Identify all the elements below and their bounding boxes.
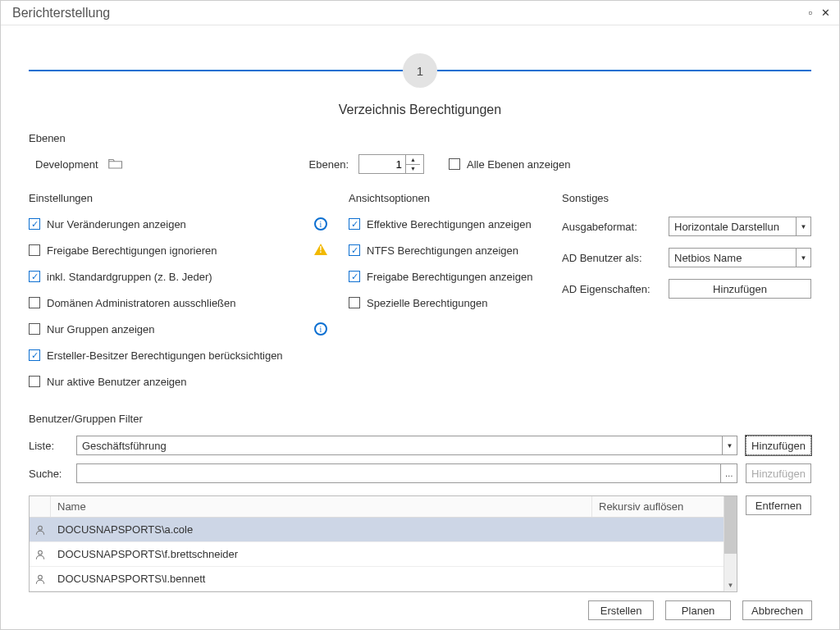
checkbox-box[interactable] (29, 271, 40, 282)
setting-checkbox[interactable]: Nur Gruppen anzeigeni (29, 316, 349, 342)
checkbox-box[interactable] (349, 297, 360, 308)
checkbox-box[interactable] (29, 376, 40, 387)
person-icon (30, 573, 51, 585)
ad-user-dropdown[interactable]: Netbios Name ▼ (669, 248, 811, 267)
titlebar: Berichterstellung ▫ ✕ (1, 1, 839, 25)
ad-props-label: AD Eigenschaften: (562, 283, 669, 295)
setting-checkbox[interactable]: Domänen Administratoren ausschließen (29, 290, 349, 316)
filter-list-dropdown[interactable]: Geschäftsführung ▼ (76, 436, 737, 455)
step-title: Verzeichnis Berechtigungen (29, 103, 811, 117)
filter-table: Name Rekursiv auflösen DOCUSNAPSPORTS\a.… (29, 495, 737, 592)
checkbox-box[interactable] (29, 349, 40, 361)
filter-search-add-button: Hinzufügen (746, 463, 811, 483)
output-format-label: Ausgabeformat: (562, 221, 669, 233)
setting-label: Nur Gruppen anzeigen (47, 323, 155, 336)
setting-label: Nur aktive Benutzer anzeigen (47, 376, 187, 388)
path-display: Development (29, 158, 291, 171)
svg-point-1 (39, 550, 43, 555)
ad-props-add-button[interactable]: Hinzufügen (669, 279, 811, 299)
filter-remove-button[interactable]: Entfernen (746, 495, 811, 515)
section-filter-label: Benutzer/Gruppen Filter (29, 413, 811, 425)
section-sonstiges-label: Sonstiges (562, 192, 811, 204)
folder-icon[interactable] (108, 158, 123, 171)
svg-point-0 (39, 526, 43, 530)
footer-buttons: Erstellen Planen Abbrechen (588, 600, 812, 620)
filter-list-add-button[interactable]: Hinzufügen (746, 436, 811, 455)
setting-checkbox[interactable]: inkl. Standardgruppen (z. B. Jeder) (29, 263, 349, 290)
person-icon (30, 549, 51, 560)
window-title: Berichterstellung (12, 6, 803, 21)
col-name-header[interactable]: Name (51, 496, 592, 517)
spinner-up-icon[interactable]: ▲ (406, 155, 420, 165)
show-all-levels-checkbox[interactable]: Alle Ebenen anzeigen (449, 151, 571, 177)
svg-point-2 (39, 575, 43, 579)
viewopt-label: Effektive Berechtigungen anzeigen (367, 218, 532, 231)
create-button[interactable]: Erstellen (588, 600, 654, 620)
person-icon (30, 524, 51, 536)
checkbox-box[interactable] (29, 244, 40, 256)
info-icon[interactable]: i (314, 217, 327, 231)
chevron-down-icon[interactable]: ▼ (796, 249, 810, 267)
section-ebenen-label: Ebenen (29, 132, 811, 144)
filter-list-label: Liste: (29, 440, 68, 452)
levels-label: Ebenen: (291, 158, 349, 171)
scrollbar[interactable]: ▼ (724, 496, 737, 591)
chevron-down-icon[interactable]: ▼ (722, 436, 737, 454)
table-row[interactable]: DOCUSNAPSPORTS\l.bennett (30, 567, 724, 591)
chevron-down-icon[interactable]: ▼ (796, 217, 810, 235)
cancel-button[interactable]: Abbrechen (742, 600, 812, 620)
table-row[interactable]: DOCUSNAPSPORTS\f.brettschneider (30, 542, 724, 567)
maximize-icon[interactable]: ▫ (803, 7, 818, 19)
filter-search-label: Suche: (29, 468, 68, 480)
viewopt-checkbox[interactable]: NTFS Berechtigungen anzeigen (349, 237, 562, 263)
section-einstellungen-label: Einstellungen (29, 192, 349, 204)
checkbox-box[interactable] (29, 218, 40, 230)
checkbox-box[interactable] (349, 218, 360, 230)
scrollbar-down-icon[interactable]: ▼ (724, 578, 737, 591)
spinner-down-icon[interactable]: ▼ (406, 165, 420, 174)
setting-checkbox[interactable]: Ersteller-Besitzer Berechtigungen berück… (29, 342, 349, 368)
setting-label: Nur Veränderungen anzeigen (47, 218, 186, 231)
viewopt-checkbox[interactable]: Spezielle Berechtigungen (349, 290, 562, 316)
filter-search-input[interactable] (77, 464, 720, 482)
plan-button[interactable]: Planen (665, 600, 731, 620)
checkbox-box[interactable] (29, 323, 40, 335)
path-text: Development (35, 158, 98, 171)
row-name: DOCUSNAPSPORTS\f.brettschneider (51, 548, 592, 560)
viewopt-label: Freigabe Berechtigungen anzeigen (367, 271, 532, 283)
browse-button[interactable]: … (720, 464, 737, 482)
checkbox-box[interactable] (349, 244, 360, 256)
output-format-dropdown[interactable]: Horizontale Darstellun ▼ (669, 217, 811, 236)
setting-checkbox[interactable]: Nur Veränderungen anzeigeni (29, 211, 349, 237)
row-name: DOCUSNAPSPORTS\a.cole (51, 523, 592, 536)
checkbox-box[interactable] (349, 271, 360, 282)
table-row[interactable]: DOCUSNAPSPORTS\a.cole (30, 518, 724, 542)
show-all-levels-label: Alle Ebenen anzeigen (467, 158, 571, 171)
step-number: 1 (403, 53, 437, 88)
setting-label: inkl. Standardgruppen (z. B. Jeder) (47, 271, 212, 283)
setting-label: Freigabe Berechtigungen ignorieren (47, 244, 217, 257)
viewopt-label: NTFS Berechtigungen anzeigen (367, 244, 518, 257)
setting-checkbox[interactable]: Nur aktive Benutzer anzeigen (29, 368, 349, 395)
setting-checkbox[interactable]: Freigabe Berechtigungen ignorieren (29, 237, 349, 263)
viewopt-checkbox[interactable]: Freigabe Berechtigungen anzeigen (349, 263, 562, 290)
setting-label: Ersteller-Besitzer Berechtigungen berück… (47, 349, 283, 362)
ad-user-label: AD Benutzer als: (562, 252, 669, 264)
viewopt-label: Spezielle Berechtigungen (367, 297, 487, 309)
info-icon[interactable]: i (314, 322, 327, 336)
filter-search-input-wrap: … (76, 463, 737, 483)
col-recursive-header[interactable]: Rekursiv auflösen (592, 496, 724, 517)
scrollbar-thumb[interactable] (724, 496, 737, 554)
checkbox-box[interactable] (29, 297, 40, 308)
row-name: DOCUSNAPSPORTS\l.bennett (51, 573, 592, 585)
close-icon[interactable]: ✕ (818, 7, 833, 19)
viewopt-checkbox[interactable]: Effektive Berechtigungen anzeigen (349, 211, 562, 237)
section-ansicht-label: Ansichtsoptionen (349, 192, 562, 204)
levels-input[interactable] (359, 155, 405, 173)
setting-label: Domänen Administratoren ausschließen (47, 297, 236, 309)
table-header: Name Rekursiv auflösen (30, 496, 724, 518)
warning-icon[interactable] (314, 244, 327, 255)
levels-spinner[interactable]: ▲ ▼ (358, 154, 424, 174)
wizard-step-indicator: 1 (29, 50, 811, 91)
